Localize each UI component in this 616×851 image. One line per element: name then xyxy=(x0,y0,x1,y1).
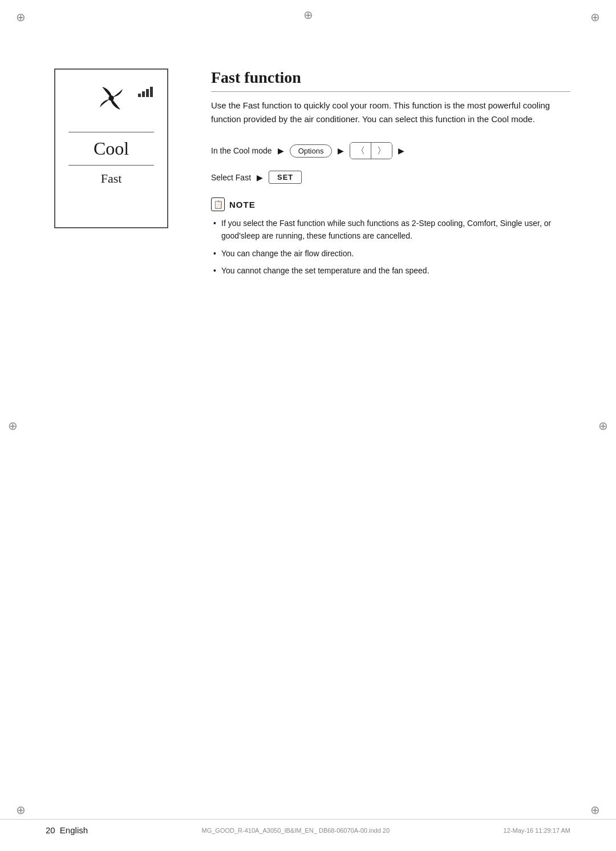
main-content-panel: Fast function Use the Fast function to q… xyxy=(211,68,570,282)
divider-top xyxy=(68,132,154,132)
reg-mark-bottom-right: ⊕ xyxy=(590,803,600,817)
nav-left-button[interactable]: 〈 xyxy=(350,143,371,159)
reg-mark-top-center: ⊕ xyxy=(303,8,313,22)
reg-mark-bottom-left: ⊕ xyxy=(16,803,26,817)
reg-mark-top-left: ⊕ xyxy=(16,10,26,24)
page-number: 20 English xyxy=(46,825,88,835)
nav-button-group: 〈 〉 xyxy=(350,142,392,159)
note-label: NOTE xyxy=(229,200,256,209)
page-title: Fast function xyxy=(211,68,570,92)
list-item: You can change the air flow direction. xyxy=(211,247,570,260)
options-button[interactable]: Options xyxy=(290,144,333,158)
step1-row: In the Cool mode ▶ Options ▶ 〈 〉 ▶ xyxy=(211,142,570,159)
step2-label: Select Fast xyxy=(211,173,251,182)
list-item: If you select the Fast function while su… xyxy=(211,217,570,243)
device-illustration-panel: Cool Fast xyxy=(46,68,177,282)
note-header: 📋 NOTE xyxy=(211,197,570,211)
reg-mark-left-mid: ⊕ xyxy=(8,419,18,433)
note-icon: 📋 xyxy=(211,197,225,211)
step1-arrow3: ▶ xyxy=(398,146,404,155)
reg-mark-right-mid: ⊕ xyxy=(598,419,608,433)
step2-arrow: ▶ xyxy=(257,173,263,182)
step1-label: In the Cool mode xyxy=(211,146,272,155)
mode-label: Cool xyxy=(94,138,129,159)
signal-bars xyxy=(138,86,153,97)
note-section: 📋 NOTE If you select the Fast function w… xyxy=(211,197,570,277)
footer-date: 12-May-16 11:29:17 AM xyxy=(504,827,570,834)
reg-mark-top-right: ⊕ xyxy=(590,10,600,24)
nav-right-button[interactable]: 〉 xyxy=(371,143,392,159)
step1-arrow2: ▶ xyxy=(338,146,344,155)
step1-arrow1: ▶ xyxy=(278,146,284,155)
step2-row: Select Fast ▶ SET xyxy=(211,171,570,184)
footer-filename: MG_GOOD_R-410A_A3050_IB&IM_EN_ DB68-0607… xyxy=(202,827,390,834)
page-footer: 20 English MG_GOOD_R-410A_A3050_IB&IM_EN… xyxy=(0,819,616,835)
list-item: You cannot change the set temperature an… xyxy=(211,264,570,277)
language-label: English xyxy=(60,825,88,835)
sub-label: Fast xyxy=(101,171,122,186)
set-button[interactable]: SET xyxy=(269,171,302,184)
note-list: If you select the Fast function while su… xyxy=(211,217,570,277)
description-text: Use the Fast function to quickly cool yo… xyxy=(211,99,570,126)
divider-bottom xyxy=(68,165,154,166)
fan-icon xyxy=(94,81,128,122)
device-box: Cool Fast xyxy=(54,68,168,228)
